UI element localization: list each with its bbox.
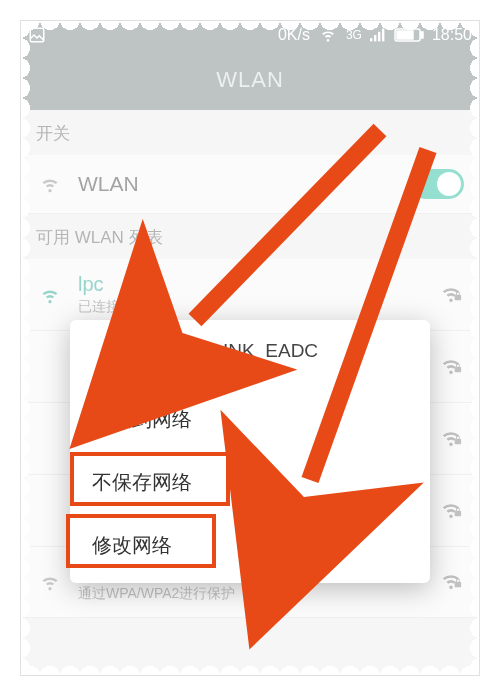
- phone-screen: 0K/s 3G 18:50 WLAN 开关 WLAN 可用 WLAN 列表 lp…: [20, 20, 480, 676]
- popup-option-modify[interactable]: 修改网络: [70, 514, 430, 577]
- network-options-popup: TP-LINK_EADC 连接到网络 不保存网络 修改网络: [70, 320, 430, 583]
- popup-option-connect[interactable]: 连接到网络: [70, 388, 430, 451]
- popup-option-forget[interactable]: 不保存网络: [70, 451, 430, 514]
- popup-title: TP-LINK_EADC: [70, 320, 430, 388]
